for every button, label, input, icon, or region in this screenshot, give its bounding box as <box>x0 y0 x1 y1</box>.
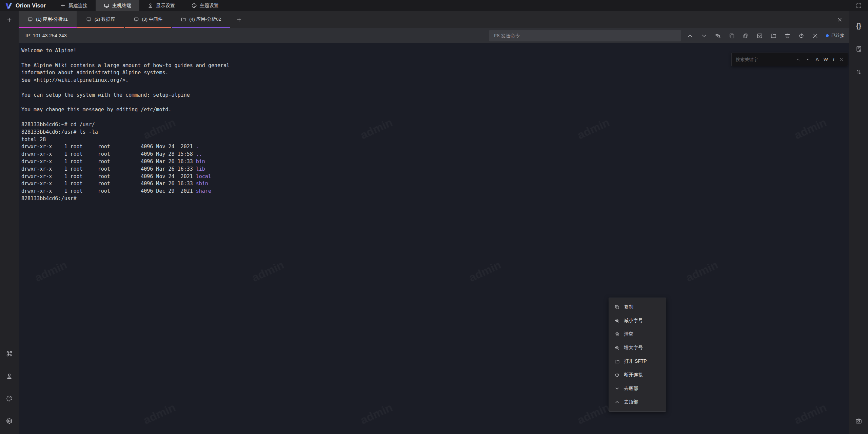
scroll-to-bottom-button[interactable] <box>701 33 707 39</box>
terminal-text: You can setup the system with the comman… <box>21 92 190 98</box>
match-case-button[interactable]: A <box>815 57 818 62</box>
chevron-down-icon <box>614 386 620 391</box>
close-button[interactable] <box>812 33 818 39</box>
command-log-button[interactable] <box>855 40 862 57</box>
terminal-text: drwxr-xr-x 1 root root 4096 Nov 24 2021 <box>21 144 196 150</box>
code-icon <box>756 33 763 39</box>
braces-icon: {} <box>856 22 862 29</box>
monitor-icon <box>134 17 139 22</box>
scroll-to-top-button[interactable] <box>687 33 693 39</box>
search-keyword-input[interactable] <box>736 57 796 62</box>
host-ip-label: IP: 101.43.254.243 <box>25 33 67 38</box>
terminal-line <box>21 55 847 62</box>
orion-visor-logo-icon <box>5 2 13 10</box>
menu-item-host-terminal[interactable]: 主机终端 <box>96 0 139 11</box>
regex-button[interactable]: I <box>833 57 834 62</box>
menu-item-theme-settings[interactable]: 主题设置 <box>183 0 227 11</box>
terminal-text: Welcome to Alpine! <box>21 48 77 54</box>
top-bar: Orion Visor 新建连接主机终端显示设置主题设置 <box>0 0 868 11</box>
paste-button[interactable] <box>743 33 749 39</box>
plus-icon <box>60 3 66 8</box>
ctx-copy[interactable]: 复制 <box>609 300 666 314</box>
directory-name: lib <box>196 166 205 172</box>
search-button[interactable] <box>715 33 721 39</box>
terminal-text: drwxr-xr-x 1 root root 4096 Mar 26 16:33 <box>21 158 196 165</box>
regex-icon: I <box>833 57 834 62</box>
connection-status[interactable]: 已连接 <box>826 33 845 39</box>
close-all-tabs-button[interactable] <box>830 11 849 28</box>
whole-word-icon: W <box>824 57 828 62</box>
tab-label: (1) 应用-分析01 <box>36 16 68 22</box>
settings-button[interactable] <box>6 412 13 429</box>
terminal-search-box: AWI <box>731 53 848 66</box>
search-prev-button[interactable] <box>796 57 801 62</box>
ctx-go-bottom[interactable]: 去底部 <box>609 382 666 395</box>
stamp-icon <box>147 3 153 8</box>
clear-button[interactable] <box>784 33 791 39</box>
terminal-text: information about administrating Alpine … <box>21 70 168 76</box>
monitor-icon <box>86 17 92 22</box>
terminal-line: You may change this message by editing /… <box>21 106 847 114</box>
open-sftp-button[interactable] <box>770 33 777 39</box>
terminal-line: drwxr-xr-x 1 root root 4096 Dec 29 2021 … <box>21 188 847 195</box>
terminal-line: Welcome to Alpine! <box>21 47 847 55</box>
context-menu-item-label: 清空 <box>624 331 633 337</box>
display-setting-button[interactable] <box>6 367 13 384</box>
directory-name: local <box>196 173 211 180</box>
disconnect-button[interactable] <box>798 33 805 39</box>
zoom-in-icon <box>614 345 620 351</box>
menu-item-label: 新建连接 <box>68 3 87 9</box>
menu-item-display-settings[interactable]: 显示设置 <box>139 0 183 11</box>
tab-3[interactable]: (3) 中间件 <box>125 11 172 28</box>
folder-icon <box>614 359 620 364</box>
ctx-clear[interactable]: 清空 <box>609 327 666 341</box>
gear-icon <box>6 417 13 424</box>
whole-word-button[interactable]: W <box>824 57 828 62</box>
terminal-text: drwxr-xr-x 1 root root 4096 Dec 29 2021 <box>21 188 196 194</box>
ctx-go-top[interactable]: 去顶部 <box>609 395 666 409</box>
ctx-decrease-font[interactable]: 减小字号 <box>609 314 666 327</box>
directory-name: sbin <box>196 181 208 187</box>
terminal-line <box>21 114 847 121</box>
terminal-area[interactable]: Welcome to Alpine! The Alpine Wiki conta… <box>19 43 849 434</box>
search-close-button[interactable] <box>839 57 844 62</box>
terminal-text: 828133bb4cd6:/usr# <box>21 195 77 202</box>
tab-2[interactable]: (2) 数据库 <box>77 11 124 28</box>
monitor-icon <box>27 17 33 22</box>
ctx-increase-font[interactable]: 增大字号 <box>609 341 666 355</box>
search-next-button[interactable] <box>806 57 811 62</box>
terminal-text: drwxr-xr-x 1 root root 4096 May 28 15:58 <box>21 151 196 157</box>
tab-1[interactable]: (1) 应用-分析01 <box>19 11 77 28</box>
match-case-icon: A <box>815 57 818 62</box>
theme-setting-button[interactable] <box>6 390 13 407</box>
screenshot-button[interactable] <box>855 412 862 429</box>
ctx-open-sftp[interactable]: 打开 SFTP <box>609 355 666 368</box>
copy-button[interactable] <box>729 33 735 39</box>
plus-icon <box>236 17 242 23</box>
directory-name: . <box>196 144 199 150</box>
tab-4[interactable]: (4) 应用-分析02 <box>172 11 230 28</box>
menu-item-new-connection[interactable]: 新建连接 <box>52 0 96 11</box>
main-area: (1) 应用-分析01(2) 数据库(3) 中间件(4) 应用-分析02 IP:… <box>0 11 868 434</box>
app-brand: Orion Visor <box>0 0 52 11</box>
terminal-text: See <http://wiki.alpinelinux.org/>. <box>21 77 129 83</box>
folder-icon <box>181 17 186 22</box>
fullscreen-icon[interactable] <box>856 3 862 9</box>
command-snippet-button[interactable] <box>756 33 763 39</box>
menu-item-label: 主题设置 <box>200 3 219 9</box>
send-command-input[interactable] <box>489 30 681 41</box>
terminal-text: drwxr-xr-x 1 root root 4096 Mar 26 16:33 <box>21 166 196 172</box>
new-tab-button[interactable] <box>6 11 13 28</box>
context-menu-item-label: 去顶部 <box>624 399 638 405</box>
tab-label: (3) 中间件 <box>142 16 163 22</box>
snippets-panel-button[interactable]: {} <box>855 17 862 34</box>
chevron-down-icon <box>701 33 707 39</box>
add-tab-button[interactable] <box>231 11 248 28</box>
transfer-list-button[interactable] <box>855 63 862 80</box>
terminal-tab-bar: (1) 应用-分析01(2) 数据库(3) 中间件(4) 应用-分析02 <box>19 11 849 28</box>
context-menu-item-label: 增大字号 <box>624 345 643 351</box>
terminal-line: The Alpine Wiki contains a large amount … <box>21 62 847 70</box>
terminal-line: total 28 <box>21 136 847 144</box>
ctx-disconnect[interactable]: 断开连接 <box>609 368 666 382</box>
shortcut-keys-button[interactable] <box>6 345 13 362</box>
